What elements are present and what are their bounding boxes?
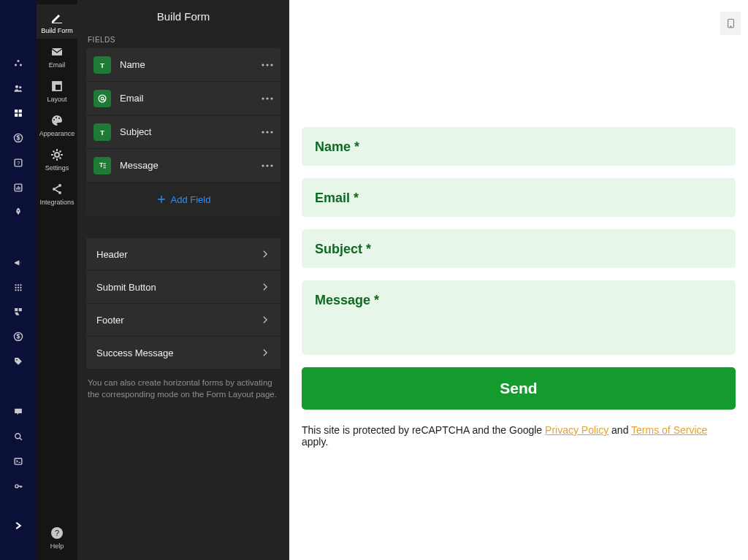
svg-point-51 (262, 64, 264, 66)
subnav-build-form[interactable]: Build Form (37, 4, 77, 39)
expand-icon[interactable] (11, 521, 26, 531)
tag-icon[interactable] (11, 356, 26, 367)
chat-icon[interactable] (11, 407, 26, 417)
field-row-subject[interactable]: Subject (86, 115, 280, 149)
blocks-icon[interactable] (11, 307, 26, 317)
subnav-label: Integrations (39, 199, 74, 206)
subnav-settings[interactable]: Settings (37, 142, 77, 176)
svg-point-60 (262, 164, 264, 166)
svg-point-59 (270, 131, 272, 133)
svg-point-53 (270, 64, 272, 66)
section-footer[interactable]: Footer (86, 304, 280, 337)
question-icon (50, 526, 64, 540)
more-icon[interactable] (262, 131, 273, 134)
section-label: Success Message (96, 348, 174, 358)
dollar2-icon[interactable] (11, 331, 26, 342)
secondary-nav: Build Form Email Layout Appearance Setti… (37, 0, 77, 560)
grid-icon[interactable] (11, 283, 26, 293)
section-success-message[interactable]: Success Message (86, 337, 280, 369)
form-label: Message * (315, 293, 722, 308)
form-field-subject[interactable]: Subject * (302, 229, 736, 268)
subnav-layout[interactable]: Layout (37, 73, 77, 107)
users-icon[interactable] (11, 83, 26, 93)
fields-section-label: FIELDS (88, 36, 279, 44)
subnav-label: Build Form (41, 27, 73, 34)
field-row-email[interactable]: Email (86, 82, 280, 115)
svg-point-55 (266, 97, 268, 99)
help-icon[interactable] (11, 158, 26, 168)
mail-icon (50, 45, 64, 59)
section-label: Footer (96, 315, 124, 326)
svg-point-52 (266, 64, 268, 66)
subnav-help[interactable]: Help (37, 520, 77, 554)
chevron-right-icon (260, 348, 270, 358)
pencil-icon (50, 10, 64, 25)
privacy-policy-link[interactable]: Privacy Policy (545, 424, 608, 436)
more-icon[interactable] (262, 164, 273, 167)
subnav-email[interactable]: Email (37, 39, 77, 73)
key-icon[interactable] (11, 481, 26, 491)
plus-icon (156, 194, 167, 204)
device-mobile-toggle[interactable] (720, 12, 741, 35)
subnav-integrations[interactable]: Integrations (37, 176, 77, 210)
more-icon[interactable] (262, 64, 273, 66)
form-field-email[interactable]: Email * (302, 178, 736, 217)
svg-point-61 (266, 164, 268, 166)
section-submit-button[interactable]: Submit Button (86, 271, 280, 304)
build-form-panel: Build Form FIELDS Name Email Subject Mes… (77, 0, 289, 560)
textarea-icon (94, 157, 111, 174)
svg-point-58 (266, 131, 268, 133)
section-label: Submit Button (96, 282, 156, 293)
form-label: Subject * (315, 242, 722, 257)
panel-sections: Header Submit Button Footer Success Mess… (86, 238, 280, 369)
field-label: Name (120, 59, 253, 70)
field-row-name[interactable]: Name (86, 48, 280, 82)
rocket-icon[interactable] (11, 207, 26, 217)
subnav-label: Settings (45, 164, 69, 172)
subnav-label: Email (49, 61, 66, 69)
panel-title: Build Form (86, 10, 280, 23)
add-field-label: Add Field (171, 194, 211, 205)
phone-icon (726, 16, 736, 31)
chevron-right-icon (260, 249, 270, 259)
submit-button[interactable]: Send (302, 367, 736, 410)
stats-icon[interactable] (11, 183, 26, 193)
gear-icon (50, 147, 64, 162)
form-field-name[interactable]: Name * (302, 127, 736, 166)
at-icon (94, 90, 111, 107)
primary-nav (0, 0, 37, 560)
org-icon[interactable] (11, 58, 26, 69)
apps-icon[interactable] (11, 108, 26, 118)
subnav-label: Layout (47, 96, 66, 103)
form-label: Name * (315, 139, 722, 155)
recaptcha-notice: This site is protected by reCAPTCHA and … (302, 424, 736, 448)
field-row-message[interactable]: Message (86, 149, 280, 183)
search-icon[interactable] (11, 431, 26, 442)
add-field-button[interactable]: Add Field (86, 183, 280, 216)
terms-of-service-link[interactable]: Terms of Service (631, 424, 707, 436)
panel-hint: You can also create horizontal forms by … (88, 377, 279, 400)
svg-point-56 (270, 97, 272, 99)
field-label: Email (120, 93, 253, 104)
more-icon[interactable] (262, 97, 273, 100)
submit-label: Send (500, 380, 537, 397)
form-label: Email * (315, 191, 722, 206)
svg-point-62 (270, 164, 272, 166)
field-label: Subject (120, 126, 253, 137)
svg-point-57 (262, 131, 264, 133)
form-field-message[interactable]: Message * (302, 280, 736, 355)
share-icon (50, 182, 64, 196)
megaphone-icon[interactable] (11, 258, 26, 268)
section-label: Header (96, 249, 128, 260)
text-icon (94, 123, 111, 141)
chevron-right-icon (260, 315, 270, 325)
dollar-icon[interactable] (11, 133, 26, 143)
palette-icon (50, 113, 64, 128)
subnav-appearance[interactable]: Appearance (37, 107, 77, 142)
form-preview: Name * Email * Subject * Message * Send … (289, 0, 748, 560)
terminal-icon[interactable] (11, 456, 26, 467)
text-icon (94, 56, 111, 74)
subnav-label: Appearance (39, 130, 75, 137)
subnav-label: Help (50, 542, 64, 550)
section-header[interactable]: Header (86, 238, 280, 271)
